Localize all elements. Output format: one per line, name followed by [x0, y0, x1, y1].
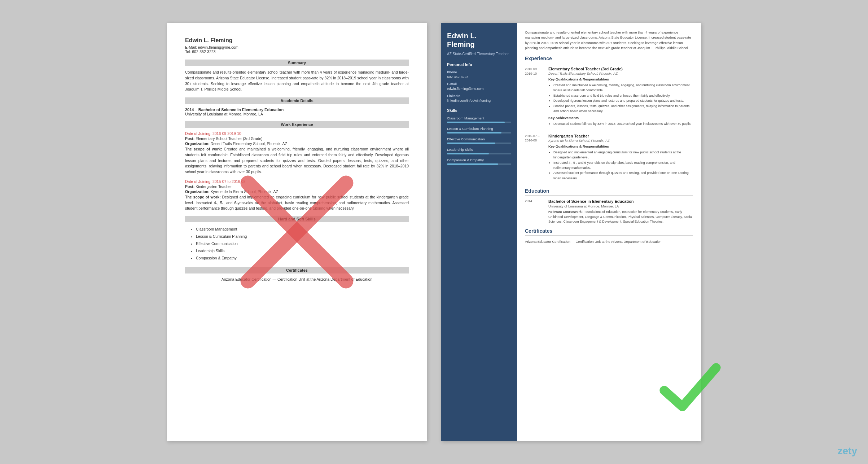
edu-degree-1: Bachelor of Science in Elementary Educat… — [548, 199, 693, 203]
edu-year-1: 2014 — [525, 199, 545, 224]
summary-text: Compassionate and results-oriented eleme… — [185, 70, 409, 92]
achieve-bullet-1-1: Decreased student fail rate by 32% in 20… — [553, 121, 693, 126]
email-value: edwin.fleming@me.com — [198, 45, 238, 49]
org-label-1: Organization: — [185, 141, 210, 146]
skill-bg-5 — [447, 163, 511, 165]
skill-item-1: Classroom Management — [196, 226, 409, 233]
skill-bar-5: Compassion & Empathy — [447, 158, 511, 165]
qual-bullet-1-4: Graded papers, lessons, tests, quizzes, … — [553, 104, 693, 114]
work-header: Work Experience — [185, 121, 409, 128]
scope-label-2: The scope of work: — [185, 195, 221, 199]
scope-2: The scope of work: Designed and implemen… — [185, 194, 409, 211]
skill-bar-4: Leadership Skills — [447, 148, 511, 154]
right-resume: Edwin L. Fleming AZ State-Certified Elem… — [441, 23, 701, 441]
qual-label-2: Key Qualifications & Responsibilities — [548, 144, 693, 148]
resume-sidebar: Edwin L. Fleming AZ State-Certified Elem… — [441, 23, 517, 441]
skills-header: Hard and Soft Skills — [185, 216, 409, 222]
degree: 2014 – Bachelor of Science in Elementary… — [185, 108, 409, 112]
edu-coursework-1: Relevant Coursework: Foundations of Educ… — [548, 210, 693, 224]
linkedin-label: LinkedIn — [447, 94, 511, 98]
skill-name-1: Classroom Management — [447, 116, 511, 120]
skill-name-3: Effective Communication — [447, 137, 511, 141]
qual-bullet-1-3: Developed rigorous lesson plans and lect… — [553, 98, 693, 103]
cert-text: Arizona Educator Certification — Certifi… — [185, 277, 409, 281]
post-value-2: Kindergarten Teacher — [196, 184, 232, 189]
work-entry-1: Date of Joining: 2016-09 2019-10 Post: E… — [185, 131, 409, 175]
date-label-1: Date of Joining: — [185, 131, 211, 136]
skill-bg-2 — [447, 132, 511, 133]
skill-bg-3 — [447, 143, 511, 144]
phone-value: 602-352-3223 — [447, 75, 511, 79]
skill-name-5: Compassion & Empathy — [447, 158, 511, 162]
linkedin-item: LinkedIn linkedin.com/in/edwinfleming — [447, 94, 511, 102]
skill-fill-2 — [447, 132, 501, 133]
skill-bar-1: Classroom Management — [447, 116, 511, 123]
skill-bg-1 — [447, 122, 511, 123]
summary-header: Summary — [185, 60, 409, 66]
scope-label-1: The scope of work: — [185, 147, 222, 151]
skill-fill-5 — [447, 163, 498, 165]
post-1: Post: Elementary School Teacher (3rd Gra… — [185, 136, 409, 141]
cert-title-right: Certificates — [525, 228, 693, 236]
education-title: Education — [525, 188, 693, 196]
post-2: Post: Kindergarten Teacher — [185, 184, 409, 189]
exp-entry-2: 2015-07 – 2016-08 Kindergarten Teacher K… — [525, 134, 693, 183]
date-value-1: 2016-09 2019-10 — [212, 131, 241, 136]
resume-main-content: Compassionate and results-oriented eleme… — [517, 23, 701, 441]
exp-title-1: Elementary School Teacher (3rd Grade) — [548, 67, 693, 71]
phone-label: Phone — [447, 70, 511, 74]
post-value-1: Elementary School Teacher (3rd Grade) — [196, 136, 262, 141]
skill-item-5: Compassion & Empathy — [196, 255, 409, 262]
email-label: E-Mail: — [185, 45, 197, 49]
email-item: E-mail edwin.fleming@me.com — [447, 82, 511, 91]
zety-watermark: zety — [838, 445, 857, 457]
exp-body-2: Kindergarten Teacher Kyrene de la Sierra… — [548, 134, 693, 183]
skills-title-sidebar: Skills — [447, 108, 511, 113]
tel-label: Tel: — [185, 49, 191, 54]
date-value-2: 2015-07 to 2016-08 — [212, 179, 246, 184]
org-value-2: Kyrene de la Sierra School, Phoenix, AZ — [211, 189, 278, 194]
experience-title: Experience — [525, 56, 693, 63]
skill-item-2: Lesson & Curriculum Planning — [196, 233, 409, 240]
coursework-label: Relevant Coursework: — [548, 210, 583, 214]
exp-dates-2: 2015-07 – 2016-08 — [525, 134, 545, 183]
skill-bar-2: Lesson & Curriculum Planning — [447, 127, 511, 133]
qual-bullets-1: Created and maintained a welcoming, frie… — [548, 83, 693, 114]
org-2: Organization: Kyrene de la Sierra School… — [185, 189, 409, 194]
skill-bar-3: Effective Communication — [447, 137, 511, 144]
qual-bullet-1-2: Established classroom and field trip rul… — [553, 93, 693, 98]
qual-bullet-2-3: Assessed student performance through qui… — [553, 170, 693, 181]
work-entry-2: Date of Joining: 2015-07 to 2016-08 Post… — [185, 179, 409, 211]
org-value-1: Desert Trails Elementary School, Phoenix… — [211, 141, 287, 146]
phone-item: Phone 602-352-3223 — [447, 70, 511, 79]
exp-org-1: Desert Trails Elementary School, Phoenix… — [548, 71, 693, 75]
qual-bullet-2-2: Instructed 4-, 5-, and 6-year-olds on th… — [553, 160, 693, 171]
email-value-right: edwin.fleming@me.com — [447, 87, 511, 91]
date-line-1: Date of Joining: 2016-09 2019-10 — [185, 131, 409, 136]
edu-entry-1: 2014 Bachelor of Science in Elementary E… — [525, 199, 693, 224]
exp-org-2: Kyrene de la Sierra School, Phoenix, AZ — [548, 139, 693, 143]
skill-bg-4 — [447, 153, 511, 154]
edu-school-1: University of Louisiana at Monroe, Monro… — [548, 204, 693, 208]
edu-body-1: Bachelor of Science in Elementary Educat… — [548, 199, 693, 224]
exp-body-1: Elementary School Teacher (3rd Grade) De… — [548, 67, 693, 129]
achieve-bullets-1: Decreased student fail rate by 32% in 20… — [548, 121, 693, 126]
scope-1: The scope of work: Created and maintaine… — [185, 146, 409, 175]
skill-fill-4 — [447, 153, 489, 154]
linkedin-value: linkedin.com/in/edwinfleming — [447, 99, 511, 102]
exp-dates-1: 2016-09 – 2019-10 — [525, 67, 545, 129]
tel-value: 602-352-3223 — [192, 49, 215, 54]
cert-header: Certificates — [185, 267, 409, 273]
school: University of Louisiana at Monroe, Monro… — [185, 112, 409, 116]
sidebar-name: Edwin L. Fleming — [447, 31, 511, 49]
date-label-2: Date of Joining: — [185, 179, 211, 184]
org-label-2: Organization: — [185, 189, 210, 194]
skills-list: Classroom Management Lesson & Curriculum… — [185, 226, 409, 262]
cert-entry-right: Arizona Educator Certification — Certifi… — [525, 239, 693, 244]
left-name: Edwin L. Fleming — [185, 37, 409, 44]
skill-fill-1 — [447, 122, 505, 123]
exp-entry-1: 2016-09 – 2019-10 Elementary School Teac… — [525, 67, 693, 129]
academic-header: Academic Details — [185, 97, 409, 104]
education-entry: 2014 – Bachelor of Science in Elementary… — [185, 108, 409, 116]
skill-name-2: Lesson & Curriculum Planning — [447, 127, 511, 131]
